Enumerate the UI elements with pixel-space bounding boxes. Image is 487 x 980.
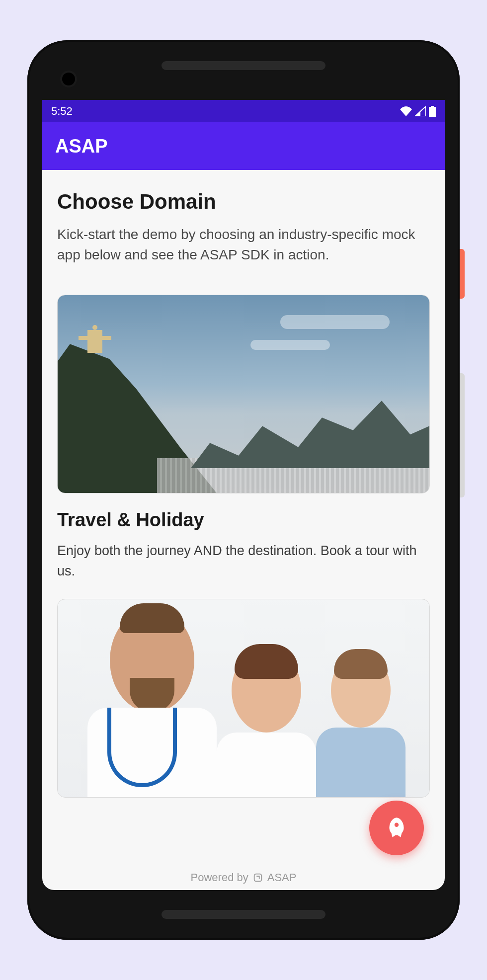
footer-brand: ASAP	[267, 871, 297, 884]
screen: 5:52 ASAP Choose Domain Kick-start the d…	[42, 100, 445, 890]
device-frame: 5:52 ASAP Choose Domain Kick-start the d…	[27, 40, 460, 940]
home-pill-icon	[162, 910, 325, 919]
asap-logo-icon	[252, 872, 263, 883]
signal-icon	[415, 106, 426, 116]
app-title: ASAP	[55, 136, 108, 157]
status-time: 5:52	[51, 105, 400, 118]
volume-button[interactable]	[460, 373, 465, 497]
battery-icon	[429, 106, 436, 117]
wifi-icon	[400, 106, 412, 116]
statue-icon	[87, 330, 102, 353]
rocket-icon	[384, 816, 409, 840]
health-image	[57, 599, 430, 798]
status-bar: 5:52	[42, 100, 445, 122]
app-bar: ASAP	[42, 122, 445, 170]
domain-card-travel[interactable]: Travel & Holiday Enjoy both the journey …	[57, 295, 430, 581]
page-title: Choose Domain	[57, 190, 430, 214]
footer: Powered by ASAP	[42, 871, 445, 884]
earpiece-icon	[162, 61, 325, 70]
footer-prefix: Powered by	[191, 871, 248, 884]
domain-card-health[interactable]	[57, 599, 430, 798]
svg-rect-0	[429, 107, 436, 117]
card-title-travel: Travel & Holiday	[57, 509, 430, 531]
content-area[interactable]: Choose Domain Kick-start the demo by cho…	[42, 170, 445, 890]
fab-button[interactable]	[369, 801, 424, 855]
travel-image	[57, 295, 430, 493]
svg-rect-2	[254, 874, 261, 882]
camera-icon	[62, 73, 75, 85]
power-button[interactable]	[460, 249, 465, 299]
page-subtitle: Kick-start the demo by choosing an indus…	[57, 225, 430, 265]
svg-rect-1	[431, 106, 434, 107]
card-desc-travel: Enjoy both the journey AND the destinati…	[57, 541, 430, 581]
